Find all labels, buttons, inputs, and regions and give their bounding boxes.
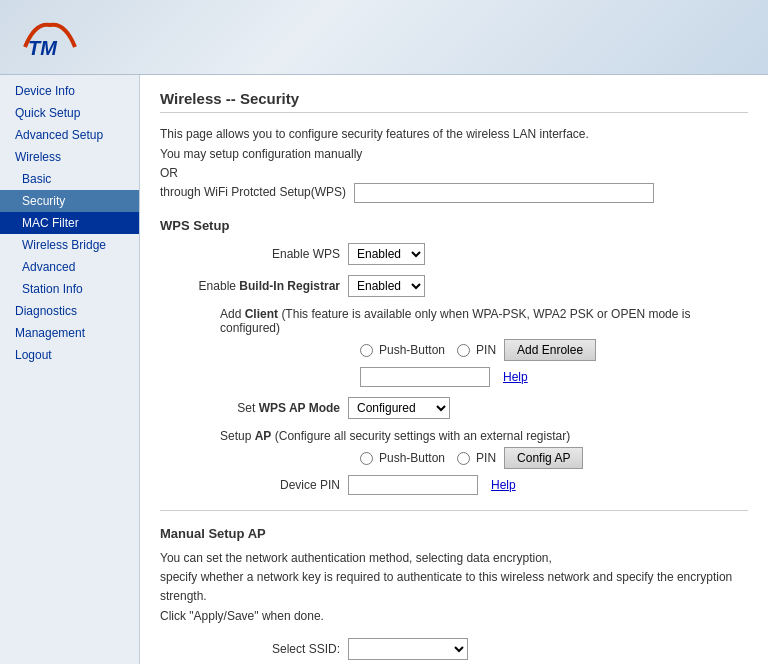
- content-area: Wireless -- Security This page allows yo…: [140, 75, 768, 664]
- sidebar-item-mac-filter[interactable]: MAC Filter: [0, 212, 139, 234]
- pin-radio-label[interactable]: PIN: [457, 343, 496, 357]
- manual-desc-line2: specify whether a network key is require…: [160, 568, 748, 606]
- sidebar-item-logout[interactable]: Logout: [0, 344, 139, 366]
- enable-wps-row: Enable WPS Enabled Disabled: [160, 243, 748, 265]
- add-client-note: Add Client (This feature is available on…: [220, 307, 748, 335]
- sidebar-item-station-info[interactable]: Station Info: [0, 278, 139, 300]
- sidebar: Device Info Quick Setup Advanced Setup W…: [0, 75, 140, 664]
- push-button-radio-label[interactable]: Push-Button: [360, 343, 445, 357]
- manual-desc: You can set the network authentication m…: [160, 549, 748, 626]
- enable-registrar-label: Enable Build-In Registrar: [160, 279, 340, 293]
- enable-registrar-row: Enable Build-In Registrar Enabled Disabl…: [160, 275, 748, 297]
- setup-ap-pin-radio[interactable]: [457, 452, 470, 465]
- manual-desc-line1: You can set the network authentication m…: [160, 549, 748, 568]
- sidebar-item-advanced-setup[interactable]: Advanced Setup: [0, 124, 139, 146]
- sidebar-item-quick-setup[interactable]: Quick Setup: [0, 102, 139, 124]
- svg-text:TM: TM: [28, 37, 58, 57]
- add-client-radio-row: Push-Button PIN Add Enrolee: [360, 339, 748, 361]
- manual-section-title: Manual Setup AP: [160, 526, 748, 541]
- setup-ap-pin-label[interactable]: PIN: [457, 451, 496, 465]
- desc-line1: This page allows you to configure securi…: [160, 125, 748, 143]
- sidebar-item-diagnostics[interactable]: Diagnostics: [0, 300, 139, 322]
- enable-registrar-select[interactable]: Enabled Disabled: [348, 275, 425, 297]
- device-pin-label: Device PIN: [160, 478, 340, 492]
- wps-section-title: WPS Setup: [160, 218, 748, 233]
- select-ssid-label: Select SSID:: [160, 642, 340, 656]
- select-ssid-dropdown[interactable]: [348, 638, 468, 660]
- wps-ap-mode-label: Set WPS AP Mode: [160, 401, 340, 415]
- or-text: OR: [160, 166, 748, 180]
- sidebar-item-advanced[interactable]: Advanced: [0, 256, 139, 278]
- enable-wps-label: Enable WPS: [160, 247, 340, 261]
- add-client-input-row: Help: [360, 367, 748, 387]
- pin-radio[interactable]: [457, 344, 470, 357]
- wps-intro-row: through WiFi Protcted Setup(WPS): [160, 183, 748, 203]
- wps-ap-mode-row: Set WPS AP Mode Configured Unconfigured: [160, 397, 748, 419]
- add-client-radio-group: Push-Button PIN: [360, 343, 496, 357]
- device-pin-input[interactable]: [348, 475, 478, 495]
- add-client-input[interactable]: [360, 367, 490, 387]
- wps-intro-input[interactable]: [354, 183, 654, 203]
- device-pin-help-link[interactable]: Help: [491, 478, 516, 492]
- sidebar-item-management[interactable]: Management: [0, 322, 139, 344]
- desc-line2: You may setup configuration manually: [160, 145, 748, 163]
- logo: TM: [20, 17, 80, 57]
- manual-desc-line3: Click "Apply/Save" when done.: [160, 607, 748, 626]
- sidebar-item-security[interactable]: Security: [0, 190, 139, 212]
- select-ssid-row: Select SSID:: [160, 638, 748, 660]
- page-title: Wireless -- Security: [160, 90, 748, 113]
- device-pin-row: Device PIN Help: [160, 475, 748, 495]
- add-client-help-link[interactable]: Help: [503, 370, 528, 384]
- add-enrolee-button[interactable]: Add Enrolee: [504, 339, 596, 361]
- setup-ap-push-radio[interactable]: [360, 452, 373, 465]
- enable-wps-select[interactable]: Enabled Disabled: [348, 243, 425, 265]
- sidebar-item-basic[interactable]: Basic: [0, 168, 139, 190]
- sidebar-item-wireless-bridge[interactable]: Wireless Bridge: [0, 234, 139, 256]
- setup-ap-note: Setup AP (Configure all security setting…: [220, 429, 748, 443]
- page-header: TM: [0, 0, 768, 75]
- main-container: Device Info Quick Setup Advanced Setup W…: [0, 75, 768, 664]
- setup-ap-push-button-label[interactable]: Push-Button: [360, 451, 445, 465]
- setup-ap-radio-row: Push-Button PIN Config AP: [360, 447, 748, 469]
- tm-logo-icon: TM: [20, 17, 80, 57]
- config-ap-button[interactable]: Config AP: [504, 447, 583, 469]
- sidebar-item-device-info[interactable]: Device Info: [0, 80, 139, 102]
- setup-ap-radio-group: Push-Button PIN: [360, 451, 496, 465]
- sidebar-item-wireless[interactable]: Wireless: [0, 146, 139, 168]
- wps-intro-label: through WiFi Protcted Setup(WPS): [160, 183, 346, 201]
- wps-ap-mode-select[interactable]: Configured Unconfigured: [348, 397, 450, 419]
- section-divider: [160, 510, 748, 511]
- push-button-radio[interactable]: [360, 344, 373, 357]
